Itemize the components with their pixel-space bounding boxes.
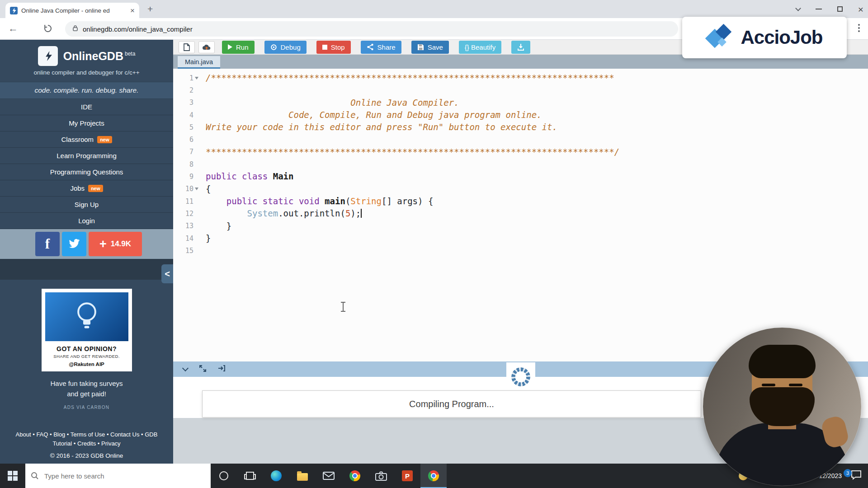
footer-link[interactable]: About	[16, 431, 31, 438]
sidebar-item-label: Learn Programming	[57, 152, 117, 160]
collapse-console-icon[interactable]	[182, 365, 189, 371]
browser-menu-icon[interactable]	[858, 24, 860, 32]
line-number: 2	[173, 84, 201, 96]
sidebar-item-classroom[interactable]: Classroomnew	[0, 131, 173, 148]
task-view-icon[interactable]	[237, 464, 263, 488]
camera-icon[interactable]	[368, 464, 394, 488]
code-line[interactable]: {	[206, 183, 868, 195]
debug-button[interactable]: Debug	[264, 41, 307, 54]
save-button[interactable]: Save	[411, 41, 449, 54]
cortana-icon[interactable]	[211, 464, 237, 488]
mouse-ibeam-cursor	[340, 302, 346, 312]
new-badge: new	[88, 185, 103, 192]
code-line[interactable]: public class Main	[206, 170, 868, 183]
back-icon[interactable]: ←	[8, 23, 18, 34]
sidebar-item-programming-questions[interactable]: Programming Questions	[0, 164, 173, 180]
code-line[interactable]: /***************************************…	[206, 72, 868, 84]
share-button[interactable]: Share	[361, 41, 401, 54]
line-number: 14	[173, 232, 201, 244]
search-input[interactable]	[43, 472, 188, 480]
redirect-io-icon[interactable]	[218, 365, 225, 373]
facebook-button[interactable]: f	[35, 232, 60, 256]
tab-close-icon[interactable]: ×	[130, 7, 135, 14]
sidebar-collapse-button[interactable]: <	[161, 264, 173, 283]
button-label: {} Beautify	[465, 43, 495, 51]
windows-logo-icon	[8, 471, 18, 481]
sidebar-item-sign-up[interactable]: Sign Up	[0, 197, 173, 213]
sidebar-item-my-projects[interactable]: My Projects	[0, 115, 173, 131]
export-button[interactable]	[511, 41, 530, 54]
beautify-button[interactable]: {} Beautify	[459, 41, 501, 54]
code-lines[interactable]: /***************************************…	[201, 69, 868, 361]
taskbar-search[interactable]	[25, 464, 211, 488]
code-line[interactable]: Online Java Compiler.	[206, 97, 868, 109]
expand-console-icon[interactable]	[199, 365, 206, 374]
new-tab-button[interactable]: +	[147, 4, 153, 14]
browser-tab-strip: Online Java Compiler - online ed × + ×	[0, 0, 868, 18]
footer-link[interactable]: Credits	[77, 440, 96, 447]
file-tab-main-java[interactable]: Main.java	[178, 56, 220, 69]
address-bar[interactable]: onlinegdb.com/online_java_compiler	[65, 21, 678, 37]
code-line[interactable]	[206, 158, 868, 170]
share-count: 14.9K	[111, 239, 131, 249]
action-center-icon[interactable]: 3	[851, 470, 862, 482]
footer-link[interactable]: Privacy	[101, 440, 121, 447]
footer-link[interactable]: Contact Us	[110, 431, 139, 438]
twitter-button[interactable]	[62, 232, 86, 256]
window-close-button[interactable]: ×	[858, 5, 863, 14]
code-line[interactable]: ****************************************…	[206, 146, 868, 158]
code-line[interactable]	[206, 84, 868, 96]
tab-search-chevron-icon[interactable]	[795, 5, 801, 11]
footer-link[interactable]: Terms of Use	[71, 431, 105, 438]
code-line[interactable]: public static void main(String[] args) {	[206, 195, 868, 207]
site-tagline: code. compile. run. debug. share.	[0, 82, 173, 99]
onlinegdb-favicon	[10, 7, 18, 14]
code-line[interactable]: Code, Compile, Run and Debug java progra…	[206, 109, 868, 121]
debug-icon	[270, 44, 277, 51]
fold-toggle-icon[interactable]	[193, 188, 199, 190]
ads-via-carbon-label[interactable]: ADS VIA CARBON	[0, 405, 173, 410]
file-icon	[184, 43, 190, 51]
start-button[interactable]	[0, 464, 25, 488]
code-line[interactable]: }	[206, 220, 868, 232]
run-button[interactable]: Run	[222, 41, 255, 54]
fold-toggle-icon[interactable]	[193, 77, 199, 80]
footer-link-separator: •	[48, 431, 53, 438]
powerpoint-icon[interactable]: P	[394, 464, 420, 488]
stop-button[interactable]: Stop	[316, 41, 351, 54]
person-face	[752, 349, 812, 422]
footer-link[interactable]: Blog	[53, 431, 65, 438]
sidebar-item-label: My Projects	[69, 119, 104, 127]
footer-link-separator: •	[139, 431, 145, 438]
window-maximize-button[interactable]	[837, 6, 843, 12]
copyright: © 2016 - 2023 GDB Online	[0, 452, 173, 459]
chrome-active-icon[interactable]	[420, 464, 447, 488]
edge-icon[interactable]	[263, 464, 289, 488]
addthis-share-button[interactable]: + 14.9K	[89, 232, 142, 256]
file-explorer-icon[interactable]	[289, 464, 316, 488]
window-minimize-button[interactable]	[816, 9, 822, 9]
browser-tab[interactable]: Online Java Compiler - online ed ×	[5, 3, 139, 18]
chrome-icon[interactable]	[342, 464, 368, 488]
sidebar-item-learn-programming[interactable]: Learn Programming	[0, 148, 173, 164]
open-cloud-button[interactable]	[198, 41, 215, 53]
code-line[interactable]: System.out.println(5);	[206, 207, 868, 220]
code-line[interactable]	[206, 244, 868, 257]
advertisement[interactable]: GOT AN OPINION? SHARE AND GET REWARDED. …	[42, 289, 132, 371]
refresh-icon[interactable]	[43, 24, 52, 35]
ad-headline: GOT AN OPINION?	[45, 345, 128, 352]
footer-link-separator: •	[31, 431, 37, 438]
code-line[interactable]: }	[206, 232, 868, 244]
line-number: 15	[173, 244, 201, 257]
twitter-bird-icon	[68, 239, 80, 249]
sidebar-item-label: Classroom	[61, 136, 94, 143]
mail-icon[interactable]	[316, 464, 342, 488]
new-file-button[interactable]	[179, 41, 195, 53]
sidebar-item-jobs[interactable]: Jobsnew	[0, 180, 173, 197]
code-line[interactable]	[206, 133, 868, 145]
sidebar-item-ide[interactable]: IDE	[0, 99, 173, 115]
code-line[interactable]: Write your code in this editor and press…	[206, 121, 868, 133]
code-editor[interactable]: 123456789101112131415 /*****************…	[173, 69, 868, 361]
sidebar-item-login[interactable]: Login	[0, 213, 173, 229]
footer-link[interactable]: FAQ	[36, 431, 48, 438]
